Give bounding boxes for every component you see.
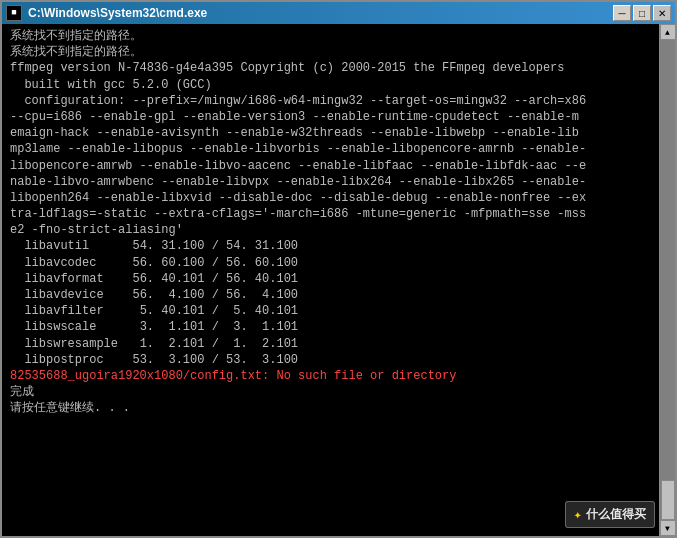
terminal-line: built with gcc 5.2.0 (GCC) xyxy=(10,78,212,92)
terminal-line: 完成 xyxy=(10,385,34,399)
close-button[interactable]: ✕ xyxy=(653,5,671,21)
maximize-button[interactable]: □ xyxy=(633,5,651,21)
terminal-line: e2 -fno-strict-aliasing' xyxy=(10,223,183,237)
cmd-window: ■ C:\Windows\System32\cmd.exe ─ □ ✕ 系统找不… xyxy=(0,0,677,538)
terminal-line: emaign-hack --enable-avisynth --enable-w… xyxy=(10,126,579,140)
terminal-line: libavutil 54. 31.100 / 54. 31.100 xyxy=(10,239,298,253)
terminal-line: 请按任意键继续. . . xyxy=(10,401,130,415)
terminal-line: libavformat 56. 40.101 / 56. 40.101 xyxy=(10,272,298,286)
title-bar: ■ C:\Windows\System32\cmd.exe ─ □ ✕ xyxy=(2,2,675,24)
watermark-icon: ✦ xyxy=(574,506,582,523)
terminal-line: libopencore-amrwb --enable-libvo-aacenc … xyxy=(10,159,586,173)
watermark-text: 什么值得买 xyxy=(586,506,646,523)
watermark: ✦ 什么值得买 xyxy=(565,501,655,528)
terminal-line: --cpu=i686 --enable-gpl --enable-version… xyxy=(10,110,579,124)
terminal-line: 系统找不到指定的路径。 xyxy=(10,29,142,43)
title-bar-buttons: ─ □ ✕ xyxy=(613,5,671,21)
terminal-line: configuration: --prefix=/mingw/i686-w64-… xyxy=(10,94,586,108)
terminal-line: libavfilter 5. 40.101 / 5. 40.101 xyxy=(10,304,298,318)
terminal-line: libopenh264 --enable-libxvid --disable-d… xyxy=(10,191,586,205)
terminal-line: libavdevice 56. 4.100 / 56. 4.100 xyxy=(10,288,298,302)
terminal-output: 系统找不到指定的路径。 系统找不到指定的路径。 ffmpeg version N… xyxy=(2,24,659,536)
terminal-line: tra-ldflags=-static --extra-cflags='-mar… xyxy=(10,207,586,221)
terminal-line: libavcodec 56. 60.100 / 56. 60.100 xyxy=(10,256,298,270)
title-bar-left: ■ C:\Windows\System32\cmd.exe xyxy=(6,5,207,21)
terminal-line: mp3lame --enable-libopus --enable-libvor… xyxy=(10,142,586,156)
minimize-button[interactable]: ─ xyxy=(613,5,631,21)
scrollbar[interactable]: ▲ ▼ xyxy=(659,24,675,536)
scroll-track xyxy=(660,40,675,520)
terminal-line: libswresample 1. 2.101 / 1. 2.101 xyxy=(10,337,298,351)
scroll-down-button[interactable]: ▼ xyxy=(660,520,676,536)
terminal-line: 系统找不到指定的路径。 xyxy=(10,45,142,59)
terminal-line: libswscale 3. 1.101 / 3. 1.101 xyxy=(10,320,298,334)
terminal-line: ffmpeg version N-74836-g4e4a395 Copyrigh… xyxy=(10,61,565,75)
cmd-icon: ■ xyxy=(6,5,22,21)
window-title: C:\Windows\System32\cmd.exe xyxy=(28,6,207,20)
terminal-line: nable-libvo-amrwbenc --enable-libvpx --e… xyxy=(10,175,586,189)
scroll-thumb[interactable] xyxy=(661,480,675,520)
content-area: 系统找不到指定的路径。 系统找不到指定的路径。 ffmpeg version N… xyxy=(2,24,675,536)
terminal-line: libpostproc 53. 3.100 / 53. 3.100 xyxy=(10,353,298,367)
scroll-up-button[interactable]: ▲ xyxy=(660,24,676,40)
terminal-line-error: 82535688_ugoira1920x1080/config.txt: No … xyxy=(10,369,456,383)
